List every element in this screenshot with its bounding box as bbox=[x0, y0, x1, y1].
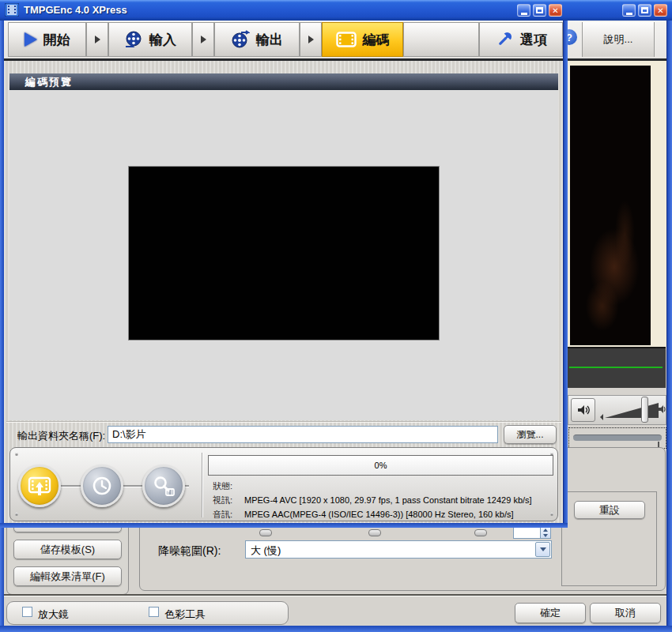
film-strip-icon bbox=[336, 32, 357, 47]
maximize-icon bbox=[536, 7, 543, 13]
maximize-icon bbox=[641, 7, 648, 13]
video-preview bbox=[128, 166, 440, 340]
preview-check-button[interactable] bbox=[142, 465, 185, 507]
minimize-icon bbox=[521, 13, 527, 15]
seek-groove[interactable] bbox=[573, 434, 662, 441]
magnifier-checkbox[interactable] bbox=[22, 607, 32, 617]
minimize-icon bbox=[626, 13, 632, 15]
dropdown-button[interactable] bbox=[535, 542, 550, 557]
options-tab[interactable]: 選項 bbox=[479, 22, 563, 57]
bg-close-button[interactable]: ✕ bbox=[654, 4, 667, 17]
dialog-toolbar: 開始 輸入 輸出 bbox=[4, 21, 563, 61]
audio-info-row: 音訊:MPEG AAC(MPEG-4 (ISO/IEC 14496-3)) [4… bbox=[213, 509, 514, 521]
dialog-border-left bbox=[0, 21, 4, 528]
value-spinner[interactable] bbox=[513, 526, 551, 539]
magnifier-film-icon bbox=[152, 475, 176, 497]
spinner-buttons[interactable] bbox=[540, 527, 550, 538]
bg-seek-slider[interactable] bbox=[568, 427, 666, 449]
audio-label: 音訊: bbox=[213, 509, 244, 521]
video-label: 視訊: bbox=[213, 495, 244, 506]
bottom-separator bbox=[0, 594, 672, 596]
play-icon bbox=[25, 32, 37, 47]
dialog-border-bottom bbox=[0, 523, 568, 528]
screw-dot bbox=[550, 513, 553, 516]
encode-film-arrow-icon bbox=[28, 475, 51, 497]
encode-control-panel: 0% 狀態: 視訊:MPEG-4 AVC [1920 x 1080, 29.97… bbox=[9, 447, 558, 521]
noise-range-select[interactable]: 大 (慢) bbox=[245, 540, 552, 559]
magnifier-checkbox-label: 放大鏡 bbox=[38, 608, 69, 622]
dialog-border-right bbox=[563, 21, 568, 528]
help-button[interactable]: 說明... bbox=[582, 22, 655, 57]
input-tab[interactable]: 輸入 bbox=[108, 22, 192, 57]
color-tools-checkbox[interactable] bbox=[149, 607, 159, 617]
slider-handle[interactable] bbox=[259, 529, 272, 536]
film-reel-out-icon bbox=[231, 30, 250, 49]
reset-button[interactable]: 重設 bbox=[574, 501, 645, 519]
status-row: 狀態: bbox=[213, 480, 244, 492]
bg-maximize-button[interactable] bbox=[638, 4, 651, 17]
start-tab[interactable]: 開始 bbox=[8, 22, 86, 57]
close-icon: ✕ bbox=[657, 6, 663, 15]
input-tab-label: 輸入 bbox=[149, 31, 176, 49]
spinner-down-icon bbox=[543, 534, 548, 537]
color-tools-checkbox-label: 色彩工具 bbox=[164, 608, 206, 622]
bg-waveform-display bbox=[568, 347, 666, 388]
arrow-right-icon bbox=[95, 36, 100, 43]
step-arrow-button[interactable] bbox=[300, 22, 322, 57]
noise-range-label: 降噪範圍(R): bbox=[158, 544, 221, 559]
progress-percent: 0% bbox=[375, 461, 387, 470]
encode-preview-window: TMPGEnc 4.0 XPress ✕ 開始 輸入 bbox=[0, 0, 568, 528]
arrow-right-icon bbox=[201, 36, 206, 43]
bg-video-thumbnail bbox=[570, 66, 651, 345]
step-arrow-button[interactable] bbox=[192, 22, 214, 57]
blank-tab[interactable] bbox=[403, 22, 479, 57]
start-encode-button[interactable] bbox=[18, 465, 61, 507]
edit-effects-button[interactable]: 編輯效果清單(F) bbox=[13, 566, 122, 586]
step-arrow-button[interactable] bbox=[86, 22, 108, 57]
spinner-up-icon bbox=[543, 529, 548, 532]
video-value: MPEG-4 AVC [1920 x 1080, 29.97 fps, 1 pa… bbox=[244, 495, 532, 505]
output-tab[interactable]: 輸出 bbox=[214, 22, 300, 57]
slider-handle[interactable] bbox=[368, 529, 381, 536]
panel-divider bbox=[202, 453, 203, 517]
save-template-button[interactable]: 儲存模板(S) bbox=[13, 540, 122, 559]
encode-tab-label: 編碼 bbox=[363, 31, 390, 49]
schedule-button[interactable] bbox=[81, 465, 123, 507]
screw-dot bbox=[15, 513, 18, 516]
preview-header: 編碼預覽 bbox=[9, 73, 558, 90]
bg-minimize-button[interactable] bbox=[622, 4, 636, 17]
divider bbox=[6, 421, 561, 423]
dialog-maximize-button[interactable] bbox=[533, 4, 546, 17]
wrench-icon bbox=[495, 30, 514, 49]
cancel-button[interactable]: 取消 bbox=[590, 603, 661, 623]
slider-handle[interactable] bbox=[474, 529, 487, 536]
dialog-minimize-button[interactable] bbox=[517, 4, 530, 17]
volume-slider[interactable] bbox=[598, 398, 663, 422]
status-label: 狀態: bbox=[213, 480, 244, 492]
clock-icon bbox=[91, 475, 113, 497]
chevron-down-icon bbox=[540, 547, 546, 551]
output-tab-label: 輸出 bbox=[256, 31, 283, 49]
encode-progress-bar: 0% bbox=[208, 455, 553, 476]
film-reel-icon bbox=[124, 30, 143, 49]
dialog-titlebar[interactable]: TMPGEnc 4.0 XPress ✕ bbox=[0, 0, 568, 21]
bg-volume-bar bbox=[568, 395, 666, 425]
arrow-right-icon bbox=[308, 36, 314, 43]
dialog-title: TMPGEnc 4.0 XPress bbox=[24, 4, 127, 16]
speaker-icon bbox=[576, 403, 591, 417]
mute-button[interactable] bbox=[571, 398, 595, 422]
dialog-close-button[interactable]: ✕ bbox=[549, 4, 562, 17]
options-tab-label: 選項 bbox=[520, 31, 547, 49]
speaker-small-icon bbox=[658, 404, 666, 415]
browse-button[interactable]: 瀏覽... bbox=[504, 425, 557, 444]
output-folder-label: 輸出資料夾名稱(F): bbox=[17, 429, 105, 443]
encode-tab[interactable]: 編碼 bbox=[322, 22, 403, 57]
bg-window-border-right bbox=[666, 21, 672, 626]
ok-button[interactable]: 確定 bbox=[515, 603, 586, 623]
close-icon: ✕ bbox=[552, 6, 558, 15]
app-film-icon bbox=[5, 3, 19, 17]
waveform-line bbox=[569, 367, 663, 368]
screen: ✕ ? 說明... 重設 儲存模板(S) 編輯效果清單(F) bbox=[0, 0, 672, 632]
volume-thumb[interactable] bbox=[641, 397, 648, 423]
output-folder-input[interactable] bbox=[108, 426, 498, 443]
